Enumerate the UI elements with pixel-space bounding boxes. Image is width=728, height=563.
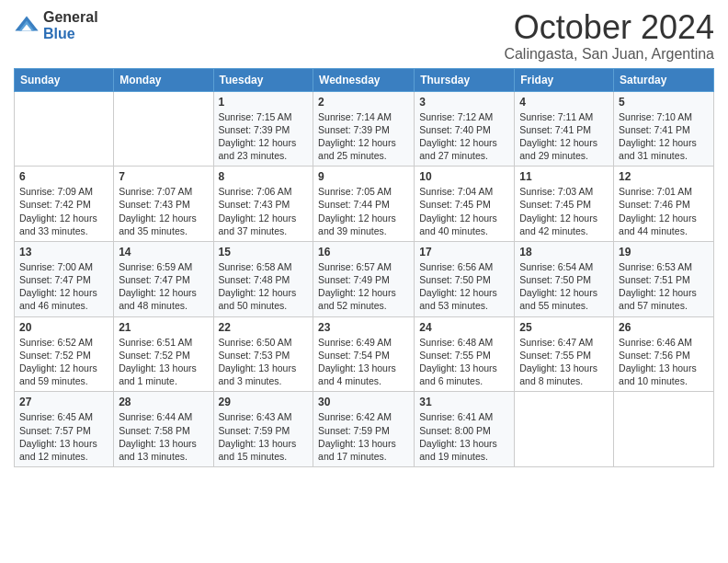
location-title: Calingasta, San Juan, Argentina bbox=[504, 46, 714, 63]
day-info: Sunrise: 6:42 AMSunset: 7:59 PMDaylight:… bbox=[318, 410, 409, 463]
calendar-page: General Blue October 2024 Calingasta, Sa… bbox=[0, 0, 728, 563]
day-info: Sunrise: 7:14 AMSunset: 7:39 PMDaylight:… bbox=[318, 110, 409, 163]
calendar-cell: 14Sunrise: 6:59 AMSunset: 7:47 PMDayligh… bbox=[114, 241, 213, 316]
weekday-header-monday: Monday bbox=[114, 68, 213, 91]
day-number: 28 bbox=[119, 396, 208, 408]
day-info: Sunrise: 6:50 AMSunset: 7:53 PMDaylight:… bbox=[219, 336, 309, 388]
day-info: Sunrise: 6:58 AMSunset: 7:48 PMDaylight:… bbox=[219, 260, 309, 313]
calendar-week-row: 13Sunrise: 7:00 AMSunset: 7:47 PMDayligh… bbox=[15, 241, 714, 316]
day-number: 5 bbox=[619, 96, 709, 109]
calendar-cell: 26Sunrise: 6:46 AMSunset: 7:56 PMDayligh… bbox=[614, 316, 714, 392]
day-number: 3 bbox=[419, 96, 509, 109]
calendar-cell: 28Sunrise: 6:44 AMSunset: 7:58 PMDayligh… bbox=[114, 392, 213, 467]
calendar-cell: 23Sunrise: 6:49 AMSunset: 7:54 PMDayligh… bbox=[313, 316, 415, 392]
calendar-cell: 18Sunrise: 6:54 AMSunset: 7:50 PMDayligh… bbox=[515, 241, 614, 316]
weekday-header-sunday: Sunday bbox=[15, 68, 114, 91]
day-info: Sunrise: 7:07 AMSunset: 7:43 PMDaylight:… bbox=[119, 185, 208, 237]
day-info: Sunrise: 7:00 AMSunset: 7:47 PMDaylight:… bbox=[19, 260, 108, 313]
day-number: 9 bbox=[318, 170, 409, 183]
calendar-cell: 9Sunrise: 7:05 AMSunset: 7:44 PMDaylight… bbox=[313, 167, 415, 242]
day-info: Sunrise: 6:57 AMSunset: 7:49 PMDaylight:… bbox=[318, 260, 409, 313]
weekday-header-saturday: Saturday bbox=[614, 68, 714, 91]
calendar-cell: 4Sunrise: 7:11 AMSunset: 7:41 PMDaylight… bbox=[515, 91, 614, 167]
calendar-week-row: 27Sunrise: 6:45 AMSunset: 7:57 PMDayligh… bbox=[15, 392, 714, 467]
calendar-cell: 2Sunrise: 7:14 AMSunset: 7:39 PMDaylight… bbox=[313, 91, 415, 167]
calendar-cell: 17Sunrise: 6:56 AMSunset: 7:50 PMDayligh… bbox=[415, 241, 515, 316]
day-number: 17 bbox=[419, 246, 509, 259]
calendar-cell: 21Sunrise: 6:51 AMSunset: 7:52 PMDayligh… bbox=[114, 316, 213, 392]
day-info: Sunrise: 7:06 AMSunset: 7:43 PMDaylight:… bbox=[219, 185, 309, 237]
calendar-cell: 30Sunrise: 6:42 AMSunset: 7:59 PMDayligh… bbox=[313, 392, 415, 467]
day-info: Sunrise: 6:45 AMSunset: 7:57 PMDaylight:… bbox=[19, 410, 108, 463]
calendar-cell: 20Sunrise: 6:52 AMSunset: 7:52 PMDayligh… bbox=[15, 316, 114, 392]
day-number: 13 bbox=[19, 246, 108, 259]
calendar-cell: 16Sunrise: 6:57 AMSunset: 7:49 PMDayligh… bbox=[313, 241, 415, 316]
day-info: Sunrise: 6:52 AMSunset: 7:52 PMDaylight:… bbox=[19, 336, 108, 388]
logo-blue: Blue bbox=[43, 26, 98, 42]
day-info: Sunrise: 6:49 AMSunset: 7:54 PMDaylight:… bbox=[318, 336, 409, 388]
day-info: Sunrise: 6:59 AMSunset: 7:47 PMDaylight:… bbox=[119, 260, 208, 313]
day-number: 20 bbox=[19, 321, 108, 334]
calendar-table: SundayMondayTuesdayWednesdayThursdayFrid… bbox=[14, 68, 714, 467]
calendar-cell: 6Sunrise: 7:09 AMSunset: 7:42 PMDaylight… bbox=[15, 167, 114, 242]
calendar-cell: 10Sunrise: 7:04 AMSunset: 7:45 PMDayligh… bbox=[415, 167, 515, 242]
day-info: Sunrise: 7:10 AMSunset: 7:41 PMDaylight:… bbox=[619, 110, 709, 163]
day-info: Sunrise: 7:12 AMSunset: 7:40 PMDaylight:… bbox=[419, 110, 509, 163]
day-info: Sunrise: 6:53 AMSunset: 7:51 PMDaylight:… bbox=[619, 260, 709, 313]
logo-text: General Blue bbox=[43, 9, 98, 41]
calendar-cell: 3Sunrise: 7:12 AMSunset: 7:40 PMDaylight… bbox=[415, 91, 515, 167]
calendar-cell: 11Sunrise: 7:03 AMSunset: 7:45 PMDayligh… bbox=[515, 167, 614, 242]
day-number: 11 bbox=[519, 170, 609, 183]
calendar-week-row: 6Sunrise: 7:09 AMSunset: 7:42 PMDaylight… bbox=[15, 167, 714, 242]
day-number: 29 bbox=[219, 396, 309, 408]
day-info: Sunrise: 7:04 AMSunset: 7:45 PMDaylight:… bbox=[419, 185, 509, 237]
day-info: Sunrise: 6:51 AMSunset: 7:52 PMDaylight:… bbox=[119, 336, 208, 388]
title-block: October 2024 Calingasta, San Juan, Argen… bbox=[504, 9, 714, 63]
day-number: 25 bbox=[519, 321, 609, 334]
day-number: 7 bbox=[119, 170, 208, 183]
day-info: Sunrise: 7:01 AMSunset: 7:46 PMDaylight:… bbox=[619, 185, 709, 237]
day-number: 18 bbox=[519, 246, 609, 259]
calendar-cell: 5Sunrise: 7:10 AMSunset: 7:41 PMDaylight… bbox=[614, 91, 714, 167]
day-number: 10 bbox=[419, 170, 509, 183]
calendar-cell bbox=[15, 91, 114, 167]
calendar-cell bbox=[515, 392, 614, 467]
page-header: General Blue October 2024 Calingasta, Sa… bbox=[14, 9, 714, 63]
logo: General Blue bbox=[14, 9, 98, 41]
day-number: 2 bbox=[318, 96, 409, 109]
calendar-cell: 25Sunrise: 6:47 AMSunset: 7:55 PMDayligh… bbox=[515, 316, 614, 392]
day-number: 16 bbox=[318, 246, 409, 259]
month-title: October 2024 bbox=[504, 9, 714, 46]
day-info: Sunrise: 6:48 AMSunset: 7:55 PMDaylight:… bbox=[419, 336, 509, 388]
weekday-header-tuesday: Tuesday bbox=[213, 68, 313, 91]
calendar-cell bbox=[114, 91, 213, 167]
day-number: 31 bbox=[419, 396, 509, 408]
calendar-cell: 19Sunrise: 6:53 AMSunset: 7:51 PMDayligh… bbox=[614, 241, 714, 316]
day-number: 21 bbox=[119, 321, 208, 334]
calendar-cell: 29Sunrise: 6:43 AMSunset: 7:59 PMDayligh… bbox=[213, 392, 313, 467]
day-info: Sunrise: 7:09 AMSunset: 7:42 PMDaylight:… bbox=[19, 185, 108, 237]
calendar-cell bbox=[614, 392, 714, 467]
day-number: 4 bbox=[519, 96, 609, 109]
day-number: 26 bbox=[619, 321, 709, 334]
day-number: 6 bbox=[19, 170, 108, 183]
day-number: 23 bbox=[318, 321, 409, 334]
calendar-cell: 15Sunrise: 6:58 AMSunset: 7:48 PMDayligh… bbox=[213, 241, 313, 316]
logo-general: General bbox=[43, 9, 98, 26]
day-number: 24 bbox=[419, 321, 509, 334]
day-info: Sunrise: 7:03 AMSunset: 7:45 PMDaylight:… bbox=[519, 185, 609, 237]
day-info: Sunrise: 6:54 AMSunset: 7:50 PMDaylight:… bbox=[519, 260, 609, 313]
day-number: 27 bbox=[19, 396, 108, 408]
logo-icon bbox=[14, 13, 40, 39]
calendar-cell: 13Sunrise: 7:00 AMSunset: 7:47 PMDayligh… bbox=[15, 241, 114, 316]
calendar-cell: 27Sunrise: 6:45 AMSunset: 7:57 PMDayligh… bbox=[15, 392, 114, 467]
calendar-week-row: 20Sunrise: 6:52 AMSunset: 7:52 PMDayligh… bbox=[15, 316, 714, 392]
day-number: 19 bbox=[619, 246, 709, 259]
calendar-cell: 12Sunrise: 7:01 AMSunset: 7:46 PMDayligh… bbox=[614, 167, 714, 242]
day-info: Sunrise: 6:43 AMSunset: 7:59 PMDaylight:… bbox=[219, 410, 309, 463]
calendar-cell: 22Sunrise: 6:50 AMSunset: 7:53 PMDayligh… bbox=[213, 316, 313, 392]
calendar-cell: 1Sunrise: 7:15 AMSunset: 7:39 PMDaylight… bbox=[213, 91, 313, 167]
weekday-header-thursday: Thursday bbox=[415, 68, 515, 91]
calendar-cell: 8Sunrise: 7:06 AMSunset: 7:43 PMDaylight… bbox=[213, 167, 313, 242]
day-info: Sunrise: 7:15 AMSunset: 7:39 PMDaylight:… bbox=[219, 110, 309, 163]
